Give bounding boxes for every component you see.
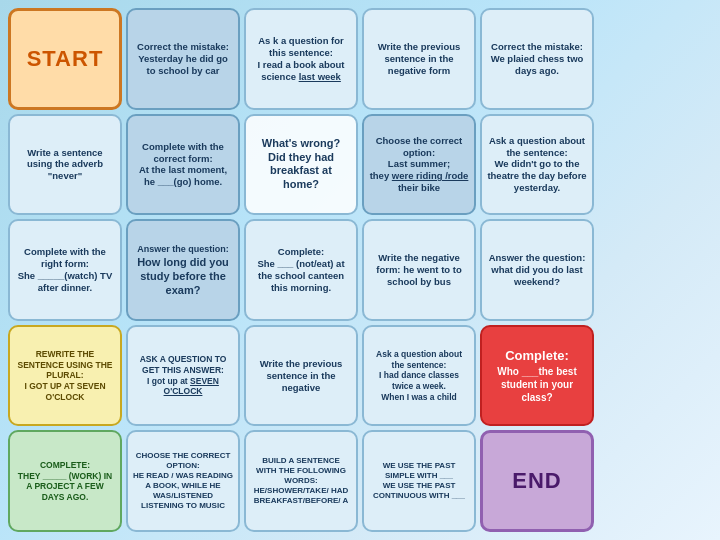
cell-r4c4: Ask a question about the sentence:I had … xyxy=(362,325,476,427)
cell-r5c1: COMPLETE:THEY _____ (WORK) IN A PROJECT … xyxy=(8,430,122,532)
cell-r4c2: Ask a question to get this answer:I got … xyxy=(126,325,240,427)
cell-r5c3: BUILD A SENTENCE WITH THE FOLLOWING WORD… xyxy=(244,430,358,532)
cell-r4c5: Complete:Who ___the best student in your… xyxy=(480,325,594,427)
cell-r4c3: Write the previous sentence in the negat… xyxy=(244,325,358,427)
end-label: END xyxy=(512,467,561,495)
cell-r5c2: CHOOSE THE CORRECT OPTION:HE READ / WAS … xyxy=(126,430,240,532)
cell-r3c3: Complete:She ___ (not/eat) at the school… xyxy=(244,219,358,321)
cell-r3c1: Complete with the right form:She _____(w… xyxy=(8,219,122,321)
cell-r2c5: Ask a question about the sentence:We did… xyxy=(480,114,594,216)
cell-r1c3: As k a question for this sentence:I read… xyxy=(244,8,358,110)
start-label: START xyxy=(27,45,104,73)
cell-r2c2: Complete with the correct form:At the la… xyxy=(126,114,240,216)
cell-r1c5: Correct the mistake:We plaied chess two … xyxy=(480,8,594,110)
cell-r2c1: Write a sentence using the adverb"never" xyxy=(8,114,122,216)
cell-r3c4: Write the negative form: he went to to s… xyxy=(362,219,476,321)
cell-r1c2-text: Correct the mistake:Yesterday he did go … xyxy=(133,41,233,77)
cell-r5c4: WE USE THE PAST SIMPLE WITH ___WE USE TH… xyxy=(362,430,476,532)
cell-r1c4: Write the previous sentence in the negat… xyxy=(362,8,476,110)
cell-r1c2: Correct the mistake:Yesterday he did go … xyxy=(126,8,240,110)
cell-r3c2: Answer the question:How long did you stu… xyxy=(126,219,240,321)
cell-r2c4: Choose the correct option:Last summer;th… xyxy=(362,114,476,216)
cell-r2c3: What's wrong?Did they had breakfast at h… xyxy=(244,114,358,216)
end-cell: END xyxy=(480,430,594,532)
cell-r3c5: Answer the question: what did you do las… xyxy=(480,219,594,321)
cell-r4c1: REWRITE THE SENTENCE USING THE PLURAL:I … xyxy=(8,325,122,427)
start-cell: START xyxy=(8,8,122,110)
game-board: START Correct the mistake:Yesterday he d… xyxy=(8,8,712,532)
